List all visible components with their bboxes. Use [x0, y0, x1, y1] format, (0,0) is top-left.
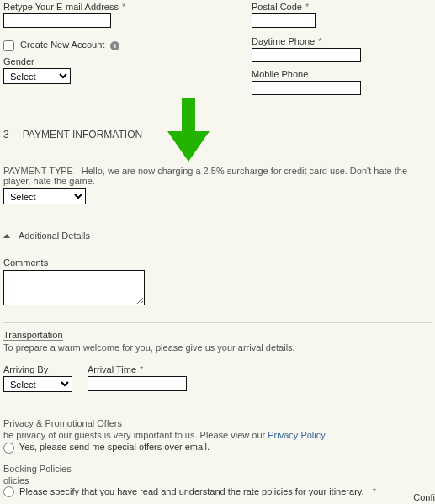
booking-specify-radio[interactable]: [3, 486, 14, 497]
payment-type-select[interactable]: Select: [3, 188, 86, 204]
retype-email-input[interactable]: [3, 13, 111, 28]
additional-details-toggle[interactable]: Additional Details: [3, 231, 432, 241]
retype-email-label: Retype Your E-mail Address*: [3, 2, 252, 12]
section-3-header: 3PAYMENT INFORMATION: [3, 129, 432, 141]
chevron-up-icon: [3, 234, 10, 238]
divider: [3, 220, 432, 220]
gender-select[interactable]: Select: [3, 68, 71, 84]
arrival-time-input[interactable]: [88, 376, 187, 391]
arriving-by-select[interactable]: Select: [3, 376, 72, 392]
privacy-opt-radio[interactable]: [3, 443, 14, 454]
comments-label: Comments: [3, 257, 48, 268]
postal-code-label: Postal Code*: [252, 2, 432, 12]
privacy-text: he privacy of our guests is very importa…: [3, 430, 432, 440]
create-account-checkbox[interactable]: [3, 40, 14, 51]
confirm-fragment: Confi: [413, 492, 435, 502]
payment-type-note: PAYMENT TYPE - Hello, we are now chargin…: [3, 166, 432, 186]
transportation-header: Transportation: [3, 330, 63, 341]
divider-2: [3, 322, 432, 323]
booking-specify-label: Please specify that you have read and un…: [19, 486, 376, 496]
info-icon[interactable]: i: [110, 41, 119, 50]
mobile-phone-input[interactable]: [252, 81, 361, 95]
mobile-phone-label: Mobile Phone: [252, 69, 432, 79]
daytime-phone-label: Daytime Phone*: [252, 36, 432, 46]
transportation-subtext: To prepare a warm welcome for you, pleas…: [3, 342, 432, 353]
postal-code-input[interactable]: [252, 13, 316, 28]
privacy-header: Privacy & Promotional Offers: [3, 418, 432, 428]
additional-details-label: Additional Details: [19, 231, 90, 241]
arrival-time-label: Arrival Time*: [88, 364, 187, 374]
create-account-label: Create New Account: [20, 40, 104, 50]
arriving-by-label: Arriving By: [3, 364, 72, 374]
gender-label: Gender: [3, 56, 252, 66]
privacy-opt-label: Yes, please send me special offers over …: [19, 442, 210, 452]
daytime-phone-input[interactable]: [252, 48, 361, 62]
comments-textarea[interactable]: [3, 270, 145, 305]
booking-policies-sub: olicies: [3, 475, 432, 485]
divider-3: [3, 411, 432, 411]
privacy-policy-link[interactable]: Privacy Policy: [268, 430, 325, 440]
booking-policies-header: Booking Policies: [3, 464, 432, 474]
